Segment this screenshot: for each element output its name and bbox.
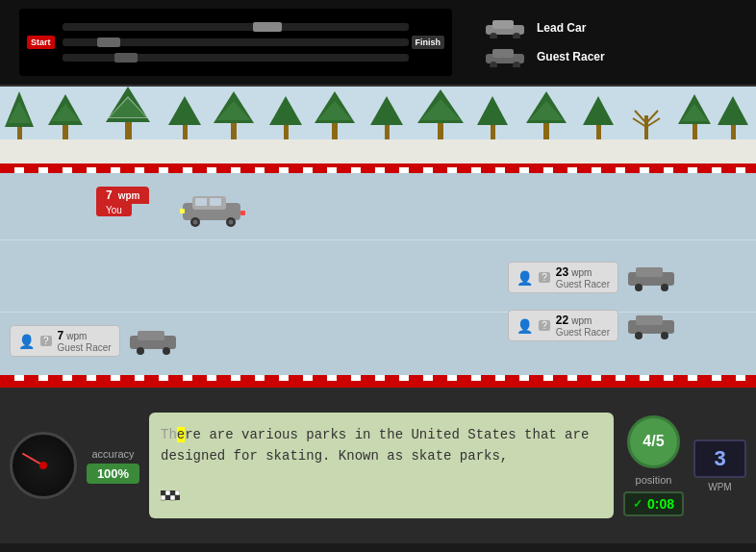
svg-rect-79	[165, 495, 170, 500]
guest-car-icon	[481, 46, 529, 67]
svg-rect-47	[693, 122, 697, 139]
svg-rect-30	[385, 123, 390, 139]
svg-point-59	[229, 220, 234, 225]
svg-rect-8	[0, 139, 756, 163]
player-name-badge: You	[96, 204, 132, 216]
svg-rect-35	[491, 123, 495, 139]
guest-racer-1-group: 👤 ? 23 wpm Guest Racer	[508, 262, 679, 293]
speedo-center	[39, 462, 47, 469]
legend-guest-racer: Guest Racer	[481, 46, 605, 67]
right-stats-panel: 4/5 position ✓ 0:08	[623, 415, 684, 516]
finish-label: Finish	[412, 36, 445, 49]
guest-avatar-2: 👤	[517, 318, 533, 334]
svg-rect-61	[240, 211, 245, 215]
svg-rect-80	[170, 495, 175, 500]
svg-rect-71	[138, 331, 164, 340]
svg-rect-78	[161, 495, 165, 500]
svg-rect-22	[231, 121, 237, 139]
svg-point-73	[163, 347, 170, 355]
svg-rect-77	[175, 490, 180, 495]
bottom-guest-wpm-unit: wpm	[66, 331, 87, 341]
guest-racer-label: Guest Racer	[537, 50, 605, 63]
bottom-guest-question: ?	[40, 336, 52, 346]
mini-track: Start Finish	[19, 9, 452, 76]
bottom-guest-name: Guest Racer	[58, 342, 112, 353]
player-car	[178, 191, 250, 232]
svg-point-64	[635, 284, 643, 291]
player-wpm-label: wpm	[118, 190, 140, 201]
guest-question-1: ?	[539, 272, 550, 283]
position-label: position	[636, 474, 672, 486]
guest-2-wpm-value: 22	[556, 314, 568, 327]
svg-rect-32	[438, 121, 443, 139]
position-value: 4/5	[643, 433, 664, 450]
scene-area	[0, 87, 756, 163]
guest-question-2: ?	[539, 320, 550, 331]
wpm-panel: 3 WPM	[693, 439, 746, 492]
accuracy-label: accuracy	[91, 448, 134, 460]
guest-racer-2-group: 👤 ? 22 wpm Guest Racer	[508, 310, 679, 341]
svg-rect-40	[596, 123, 601, 139]
svg-rect-37	[543, 121, 549, 139]
red-dashed-bottom	[0, 375, 756, 381]
svg-rect-81	[175, 495, 180, 500]
legend: Lead Car Guest Racer	[481, 17, 605, 67]
svg-rect-25	[284, 123, 289, 139]
svg-rect-55	[210, 198, 221, 206]
svg-rect-10	[17, 125, 22, 139]
svg-rect-74	[161, 490, 165, 495]
typed-text: Th	[161, 427, 177, 442]
svg-rect-42	[644, 115, 648, 139]
guest-car-1	[626, 264, 679, 291]
bottom-guest-racer-group: 👤 ? 7 wpm Guest Racer	[10, 325, 181, 357]
red-dashed-top	[0, 167, 756, 173]
guest-car-2	[626, 313, 679, 339]
lane-line-1	[0, 239, 756, 240]
accuracy-value: 100%	[87, 464, 139, 484]
svg-point-69	[661, 332, 668, 339]
checkered-flag-icon	[161, 489, 180, 511]
svg-rect-27	[332, 121, 338, 139]
trees-background	[0, 87, 756, 163]
accuracy-panel: accuracy 100%	[87, 448, 139, 484]
guest-avatar-1: 👤	[517, 270, 533, 286]
guest-racer-1-info: 👤 ? 23 wpm Guest Racer	[508, 262, 618, 293]
top-bar: Start Finish Lead Car	[0, 0, 756, 87]
race-area: 7 wpm You 👤 ? 23 wpm	[0, 163, 756, 385]
guest-2-wpm-unit: wpm	[571, 315, 592, 326]
svg-rect-50	[731, 123, 736, 139]
speedometer	[10, 432, 77, 499]
guest-1-wpm-unit: wpm	[571, 267, 592, 278]
start-label: Start	[27, 36, 55, 49]
guest-racer-2-info: 👤 ? 22 wpm Guest Racer	[508, 310, 618, 341]
svg-rect-76	[170, 490, 175, 495]
svg-rect-54	[195, 198, 207, 206]
position-circle: 4/5	[627, 415, 680, 468]
guest-2-name: Guest Racer	[556, 327, 610, 338]
svg-point-57	[193, 220, 198, 225]
bottom-guest-avatar: 👤	[18, 334, 35, 349]
svg-rect-20	[183, 123, 188, 139]
untyped-text: re are various parks in the United State…	[161, 427, 589, 464]
bottom-guest-car	[128, 328, 181, 355]
bottom-bar: accuracy 100% There are various parks in…	[0, 385, 756, 543]
svg-point-68	[635, 332, 643, 339]
timer-display: ✓ 0:08	[623, 491, 684, 516]
timer-value: 0:08	[647, 496, 674, 512]
trees-svg	[0, 87, 756, 163]
wpm-value: 3	[693, 439, 746, 478]
svg-rect-60	[180, 209, 185, 213]
svg-rect-16	[125, 120, 132, 139]
lead-car-icon	[481, 17, 529, 38]
svg-point-72	[137, 347, 144, 355]
svg-rect-75	[165, 490, 170, 495]
player-you-group: 7 wpm You	[96, 187, 149, 218]
svg-rect-67	[636, 315, 663, 325]
lead-car-label: Lead Car	[537, 21, 586, 35]
svg-rect-5	[492, 49, 514, 58]
current-char: e	[177, 427, 185, 442]
bottom-guest-wpm-value: 7	[58, 329, 64, 342]
typing-area[interactable]: There are various parks in the United St…	[149, 413, 614, 518]
player-wpm-value: 7	[106, 188, 113, 202]
guest-1-name: Guest Racer	[556, 279, 610, 289]
